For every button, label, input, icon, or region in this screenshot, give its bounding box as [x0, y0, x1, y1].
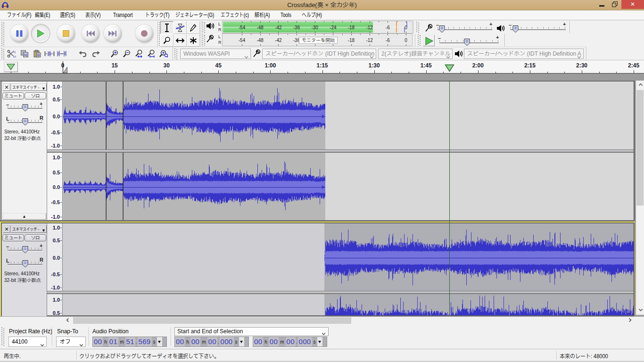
track2-gain-slider-thumb[interactable]	[22, 246, 28, 254]
project-rate-combo[interactable]: 44100	[8, 337, 47, 347]
time-digits[interactable]: 00	[175, 337, 185, 346]
track-collapse-button[interactable]: ▲	[2, 213, 46, 220]
pause-button[interactable]	[10, 25, 28, 42]
envelope-tool-button[interactable]	[173, 21, 187, 34]
minimize-button[interactable]	[595, 0, 609, 9]
recording-volume-slider-thumb[interactable]	[439, 25, 445, 33]
time-digits[interactable]: 000	[220, 337, 234, 346]
cut-button[interactable]	[6, 48, 18, 59]
track-control-panel[interactable]: ✕スキマスイッチ -▼ミュートソロ–+LRStereo, 44100Hz32-b…	[2, 82, 47, 220]
track-solo-button[interactable]: ソロ	[25, 234, 46, 241]
zoom-tool-button[interactable]	[160, 34, 173, 47]
recording-meter-gripper[interactable]	[202, 34, 205, 46]
transport-toolbar-gripper[interactable]	[1, 22, 4, 46]
recording-meter[interactable]: -54-48-42-36-30-24-18-12-60モニターを開始	[222, 33, 413, 46]
track-control-panel[interactable]: ✕スキマスイッチ -▼ミュートソロ–+LRStereo, 44100Hz32-b…	[2, 223, 47, 316]
menu-help[interactable]: ヘルプ(H)	[302, 10, 322, 20]
zoom-out-button[interactable]	[121, 48, 133, 59]
close-button[interactable]: ✕	[621, 0, 644, 9]
menu-effect[interactable]: エフェクト(c)	[221, 10, 249, 20]
monitor-start-button[interactable]: モニターを開始	[299, 37, 338, 44]
selection-toolbar-gripper[interactable]	[1, 327, 4, 346]
waveform-track2-channel1[interactable]	[63, 223, 634, 291]
trim-audio-button[interactable]	[43, 48, 56, 59]
audio-position-field[interactable]: 00h01m51.569s	[92, 337, 167, 347]
playback-meter-gripper[interactable]	[202, 22, 205, 33]
selection-start-field[interactable]: 00h00m00.000s	[174, 337, 249, 347]
playback-meter[interactable]: -54-48-42-36-30-24-18-12-60	[222, 21, 413, 33]
redo-button[interactable]	[90, 48, 102, 59]
vertical-ruler[interactable]: 1.00.50.0-0.5-1.0	[47, 153, 63, 220]
horizontal-scroll-thumb[interactable]	[73, 317, 351, 324]
track-mute-button[interactable]: ミュート	[2, 92, 24, 99]
copy-button[interactable]	[18, 48, 31, 59]
time-digits[interactable]: 00	[190, 337, 200, 346]
selection-end-field[interactable]: 00h00m00.000s	[253, 337, 327, 347]
time-digits[interactable]: 000	[298, 337, 312, 346]
time-digits[interactable]: 00	[253, 337, 263, 346]
selection-tool-button[interactable]	[160, 21, 173, 34]
track1-pan-slider-thumb[interactable]	[22, 118, 28, 126]
vertical-ruler[interactable]: 1.00.5	[47, 294, 63, 315]
timeline-ruler[interactable]: 01530451:001:151:301:452:002:152:302:45	[0, 60, 644, 74]
vertical-ruler[interactable]: 1.00.50.0-0.5-1.0	[47, 82, 63, 149]
menu-transport[interactable]: Transport	[113, 10, 132, 20]
channel-separator[interactable]	[47, 291, 634, 294]
track-close-button[interactable]: ✕	[3, 225, 10, 233]
waveform-track2-channel2[interactable]	[63, 294, 634, 315]
time-digits[interactable]: 01	[108, 337, 118, 346]
time-digits[interactable]: 00	[93, 337, 103, 346]
track-panel-area[interactable]: ✕スキマスイッチ -▼ミュートソロ–+LRStereo, 44100Hz32-b…	[0, 74, 644, 316]
scroll-up-button[interactable]	[636, 82, 644, 89]
waveform-track1-channel2[interactable]	[63, 153, 634, 220]
time-digits[interactable]: 00	[286, 337, 296, 346]
fit-project-button[interactable]	[145, 48, 157, 59]
time-digits[interactable]: 569	[138, 337, 152, 346]
skip-to-end-button[interactable]	[104, 25, 122, 42]
scroll-down-button[interactable]	[636, 307, 644, 314]
menu-view[interactable]: 表示(V)	[85, 10, 101, 20]
track-menu-button[interactable]: スキマスイッチ -▼	[11, 83, 47, 91]
time-digits[interactable]: 00	[207, 337, 217, 346]
menu-file[interactable]: ファイル(F)	[7, 10, 31, 20]
timeshift-tool-button[interactable]	[173, 34, 187, 47]
mixer-toolbar-gripper[interactable]	[416, 22, 419, 33]
timeline-pin-button[interactable]	[4, 62, 18, 72]
undo-button[interactable]	[77, 48, 89, 59]
vertical-scrollbar[interactable]	[636, 81, 644, 315]
multi-tool-button[interactable]	[187, 34, 200, 47]
restore-button[interactable]	[609, 0, 621, 9]
time-format-dropdown[interactable]	[317, 337, 322, 346]
stop-button[interactable]	[57, 25, 75, 42]
selection-mode-combo[interactable]: Start and End of Selection	[174, 327, 329, 336]
menu-edit[interactable]: 編集(E)	[35, 10, 50, 20]
waveform-track1-channel1[interactable]	[63, 82, 634, 149]
play-button[interactable]	[32, 25, 50, 42]
menu-tracks[interactable]: トラック(T)	[145, 10, 169, 20]
menu-select[interactable]: 選択(S)	[60, 10, 75, 20]
track-solo-button[interactable]: ソロ	[25, 92, 46, 99]
record-button[interactable]	[135, 25, 153, 42]
time-digits[interactable]: 00	[269, 337, 279, 346]
scroll-left-button[interactable]	[63, 317, 72, 324]
track1-gain-slider-thumb[interactable]	[22, 104, 28, 112]
track-close-button[interactable]: ✕	[3, 83, 10, 91]
track-mute-button[interactable]: ミュート	[2, 234, 24, 241]
track2-pan-slider-thumb[interactable]	[22, 260, 28, 268]
fit-selection-button[interactable]	[133, 48, 145, 59]
edit-toolbar-gripper[interactable]	[1, 48, 4, 59]
skip-to-start-button[interactable]	[82, 25, 99, 42]
recording-device-combo[interactable]: スピーカー/ヘッドホン (IDT High Definition Au	[262, 49, 376, 59]
audio-host-combo[interactable]: Windows WASAPI	[180, 49, 251, 59]
recording-meter-mic-icon[interactable]	[206, 35, 218, 45]
playback-speed-slider-thumb[interactable]	[464, 38, 470, 46]
playhead-triangle-icon[interactable]	[445, 64, 454, 72]
time-format-dropdown[interactable]	[157, 337, 162, 346]
horizontal-scrollbar[interactable]	[0, 316, 644, 324]
device-toolbar-gripper[interactable]	[174, 48, 177, 59]
snap-to-combo[interactable]: オフ	[56, 337, 86, 347]
recording-volume-slider[interactable]	[438, 29, 492, 30]
menu-generate[interactable]: ジェネレーター(G)	[175, 10, 214, 20]
channel-separator[interactable]	[47, 149, 634, 153]
zoom-toggle-button[interactable]	[157, 48, 170, 59]
